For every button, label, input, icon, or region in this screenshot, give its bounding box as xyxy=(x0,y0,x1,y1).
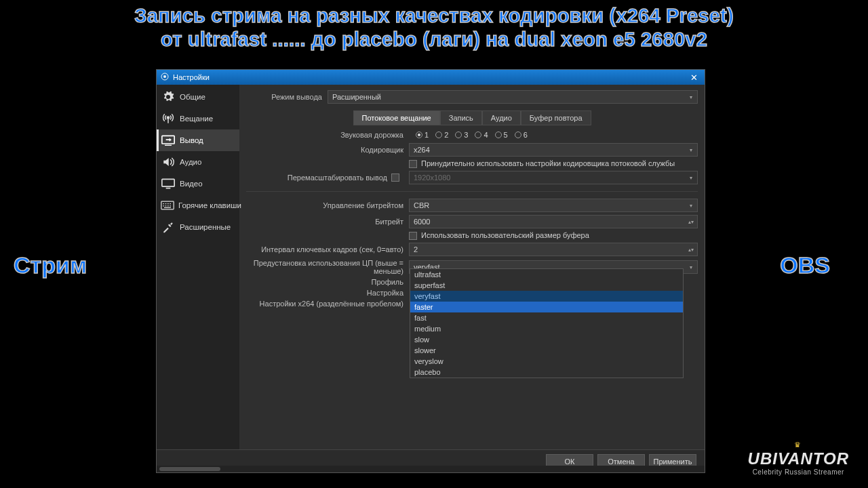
rescale-select[interactable]: 1920x1080▾ xyxy=(409,171,698,184)
settings-sidebar: Общие Вещание Вывод Аудио Видео Горячие … xyxy=(157,85,239,449)
custom-buffer-checkbox[interactable] xyxy=(409,232,417,240)
tune-label: Настройка xyxy=(246,289,409,297)
monitor-icon xyxy=(161,177,176,190)
window-title: Настройки xyxy=(173,73,210,81)
overlay-line-2: от ultrafast ...... до placebo (лаги) на… xyxy=(0,28,868,52)
dropdown-option[interactable]: ultrafast xyxy=(410,269,683,280)
tab-streaming[interactable]: Потоковое вещание xyxy=(353,110,440,125)
chevron-down-icon: ▾ xyxy=(686,173,696,182)
sidebar-item-output[interactable]: Вывод xyxy=(157,129,239,151)
dropdown-option[interactable]: placebo xyxy=(410,367,683,378)
x264opts-label: Настройки x264 (разделённые пробелом) xyxy=(246,300,409,308)
svg-point-1 xyxy=(163,75,166,78)
overlay-line-1: Запись стрима на разных качествах кодиро… xyxy=(0,4,868,28)
dropdown-option[interactable]: veryslow xyxy=(410,356,683,367)
svg-point-2 xyxy=(167,117,170,119)
output-icon xyxy=(161,134,176,147)
audio-track-2[interactable]: 2 xyxy=(435,131,448,139)
window-titlebar: Настройки ✕ xyxy=(157,70,705,85)
tab-audio[interactable]: Аудио xyxy=(482,110,521,125)
audio-track-4[interactable]: 4 xyxy=(475,131,488,139)
svg-rect-5 xyxy=(161,201,174,209)
dropdown-option[interactable]: slow xyxy=(410,334,683,345)
close-button[interactable]: ✕ xyxy=(688,73,701,83)
sidebar-item-label: Вывод xyxy=(180,136,203,144)
sidebar-item-label: Общие xyxy=(180,93,205,101)
encoder-label: Кодировщик xyxy=(246,146,409,154)
sidebar-item-advanced[interactable]: Расширенные xyxy=(157,216,239,238)
dropdown-option[interactable]: medium xyxy=(410,323,683,334)
profile-label: Профиль xyxy=(246,278,409,286)
gear-icon xyxy=(161,90,176,104)
sidebar-item-hotkeys[interactable]: Горячие клавиши xyxy=(157,195,239,216)
sidebar-item-stream[interactable]: Вещание xyxy=(157,108,239,129)
tools-icon xyxy=(161,220,176,234)
settings-content: Режим вывода Расширенный▾ Потоковое веща… xyxy=(239,85,705,449)
output-mode-select[interactable]: Расширенный▾ xyxy=(328,90,698,104)
brand-subtitle: Celebrity Russian Streamer xyxy=(748,468,849,476)
preset-label: Предустановка использования ЦП (выше = м… xyxy=(246,259,409,275)
sidebar-item-label: Аудио xyxy=(180,158,201,166)
overlay-left-label: Стрим xyxy=(14,252,87,279)
dropdown-option[interactable]: veryfast xyxy=(410,291,683,302)
spinner-icon[interactable]: ▴▾ xyxy=(686,245,696,254)
keyboard-icon xyxy=(161,199,174,212)
keyframe-input[interactable]: 2▴▾ xyxy=(409,243,698,256)
enforce-checkbox[interactable] xyxy=(409,160,417,168)
audio-track-label: Звуковая дорожка xyxy=(246,131,409,139)
dropdown-option[interactable]: slower xyxy=(410,345,683,356)
svg-rect-4 xyxy=(162,179,174,186)
output-tabs: Потоковое вещание Запись Аудио Буфер пов… xyxy=(246,110,698,125)
audio-track-1[interactable]: 1 xyxy=(416,131,429,139)
rescale-checkbox[interactable] xyxy=(391,174,399,182)
brand-block: ♛ UBIVANTOR Celebrity Russian Streamer xyxy=(748,441,849,476)
audio-track-5[interactable]: 5 xyxy=(495,131,508,139)
sidebar-item-video[interactable]: Видео xyxy=(157,173,239,195)
sidebar-item-label: Видео xyxy=(180,180,203,188)
bitrate-label: Битрейт xyxy=(246,218,409,226)
rescale-label: Перемасштабировать вывод xyxy=(288,174,387,182)
enforce-label: Принудительно использовать настройки код… xyxy=(421,159,675,167)
rate-control-label: Управление битрейтом xyxy=(246,201,409,209)
tab-replay-buffer[interactable]: Буфер повтора xyxy=(521,110,591,125)
sidebar-item-label: Горячие клавиши xyxy=(178,201,241,209)
audio-track-3[interactable]: 3 xyxy=(455,131,468,139)
obs-icon xyxy=(161,73,169,82)
tab-recording[interactable]: Запись xyxy=(440,110,482,125)
brand-name: UBIVANTOR xyxy=(748,449,849,468)
spinner-icon[interactable]: ▴▾ xyxy=(686,217,696,226)
sidebar-item-general[interactable]: Общие xyxy=(157,86,239,108)
sidebar-item-label: Расширенные xyxy=(180,223,231,231)
dropdown-option[interactable]: superfast xyxy=(410,280,683,291)
output-mode-label: Режим вывода xyxy=(246,93,328,101)
chevron-down-icon: ▾ xyxy=(686,201,696,210)
sidebar-item-label: Вещание xyxy=(180,115,213,123)
chevron-down-icon: ▾ xyxy=(686,145,696,155)
sidebar-item-audio[interactable]: Аудио xyxy=(157,151,239,173)
speaker-icon xyxy=(161,155,176,169)
dropdown-option[interactable]: fast xyxy=(410,312,683,323)
antenna-icon xyxy=(161,112,176,125)
overlay-title: Запись стрима на разных качествах кодиро… xyxy=(0,4,868,52)
chevron-down-icon: ▾ xyxy=(686,262,696,272)
rate-control-select[interactable]: CBR▾ xyxy=(409,199,698,212)
divider xyxy=(246,191,698,192)
crown-icon: ♛ xyxy=(748,441,849,449)
custom-buffer-label: Использовать пользовательский размер буф… xyxy=(421,231,589,239)
preset-dropdown-list[interactable]: ultrafast superfast veryfast faster fast… xyxy=(410,268,684,378)
encoder-select[interactable]: x264▾ xyxy=(409,143,698,157)
bitrate-input[interactable]: 6000▴▾ xyxy=(409,215,698,228)
dropdown-option[interactable]: faster xyxy=(410,302,683,312)
overlay-right-label: OBS xyxy=(780,252,830,279)
audio-track-6[interactable]: 6 xyxy=(515,131,528,139)
keyframe-label: Интервал ключевых кадров (сек, 0=авто) xyxy=(246,245,409,253)
chevron-down-icon: ▾ xyxy=(686,92,696,102)
